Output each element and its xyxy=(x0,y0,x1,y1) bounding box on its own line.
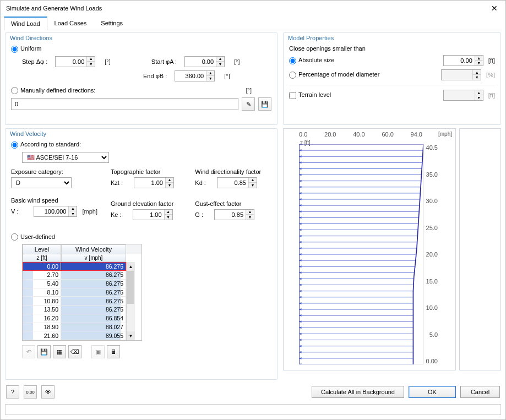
cancel-button[interactable]: Cancel xyxy=(460,386,500,398)
calc-icon[interactable]: 🖩 xyxy=(107,345,120,358)
save-icon[interactable]: 💾 xyxy=(258,97,271,111)
status-bar xyxy=(5,404,501,415)
th-velocity: Wind Velocity xyxy=(61,244,126,254)
radio-standard[interactable]: According to standard: xyxy=(11,141,81,149)
units-icon[interactable]: 0.00 xyxy=(24,385,37,399)
table-row[interactable]: 10.8086.275 xyxy=(23,297,126,306)
view-icon[interactable]: 👁 xyxy=(41,385,55,399)
undo-icon: ↶ xyxy=(22,345,35,358)
g-sym: G : xyxy=(195,211,203,218)
ke-label: Ground elevation factor xyxy=(111,200,182,207)
step-label: Step Δφ : xyxy=(22,58,47,65)
group-wind-velocity: Wind Velocity According to standard: 🇺🇸 … xyxy=(5,128,278,380)
kd-input[interactable]: ▲▼ xyxy=(217,177,257,188)
th-level: Level xyxy=(23,244,61,254)
table-scrollbar[interactable]: ▲ ▼ xyxy=(126,262,135,340)
ts-level: z [ft] xyxy=(23,254,61,262)
edit-icon[interactable]: ✎ xyxy=(242,97,255,111)
pct-input: ▲▼ xyxy=(441,69,481,80)
table-row[interactable]: 8.1086.275 xyxy=(23,288,126,297)
abs-input[interactable]: ▲▼ xyxy=(443,55,483,66)
std-label: According to standard: xyxy=(20,141,81,148)
ts-velocity: v [mph] xyxy=(61,254,126,262)
ke-sym: Ke : xyxy=(111,211,122,218)
start-input[interactable]: ▲▼ xyxy=(184,56,225,67)
user-label: User-defined xyxy=(20,233,55,240)
table-row[interactable]: 5.4086.275 xyxy=(23,280,126,288)
grid-icon: ▣ xyxy=(91,345,105,358)
table-row[interactable]: 16.2086.854 xyxy=(23,314,126,323)
radio-manual[interactable]: Manually defined directions: xyxy=(11,87,95,95)
x-unit: [mph] xyxy=(438,131,452,137)
table-row[interactable]: 13.5086.275 xyxy=(23,306,126,314)
radio-percentage[interactable]: Percentage of model diameter xyxy=(289,71,379,79)
step-input[interactable]: ▲▼ xyxy=(55,56,95,67)
exposure-label: Exposure category: xyxy=(11,168,97,175)
basic-sym: V : xyxy=(11,208,18,215)
radio-absolute[interactable]: Absolute size xyxy=(289,57,334,64)
group-title: Model Properties xyxy=(288,35,334,41)
radio-user-defined[interactable]: User-defined xyxy=(11,233,55,241)
g-input[interactable]: ▲▼ xyxy=(214,209,254,220)
export-excel-icon[interactable]: ▦ xyxy=(53,345,66,358)
scroll-down-icon[interactable]: ▼ xyxy=(127,331,135,340)
velocity-table: Level Wind Velocity z [ft] v [mph] 0.008… xyxy=(22,244,142,341)
abs-label: Absolute size xyxy=(298,57,334,63)
ok-button[interactable]: OK xyxy=(409,386,456,398)
save-table-icon[interactable]: 💾 xyxy=(37,345,51,358)
table-row[interactable]: 21.6089.055 xyxy=(23,331,126,340)
delete-row-icon[interactable]: ⌫ xyxy=(68,345,81,358)
group-model-properties: Model Properties Close openings smaller … xyxy=(283,32,501,125)
kzt-sym: Kzt : xyxy=(111,179,123,186)
terrain-label: Terrain level xyxy=(298,91,331,98)
group-title: Wind Directions xyxy=(10,35,52,41)
exposure-select[interactable]: D xyxy=(11,177,72,188)
calc-background-button[interactable]: Calculate All in Background xyxy=(312,386,404,398)
basic-unit: [mph] xyxy=(82,208,97,215)
radio-uniform[interactable]: Uniform xyxy=(11,45,42,53)
kd-sym: Kd : xyxy=(195,179,206,186)
g-label: Gust-effect factor xyxy=(195,200,271,207)
manual-unit: [°] xyxy=(246,87,252,94)
abs-unit: [ft] xyxy=(488,57,495,64)
start-unit: [°] xyxy=(234,58,240,65)
tab-settings[interactable]: Settings xyxy=(94,17,130,30)
close-icon[interactable]: ✕ xyxy=(489,4,500,13)
group-title: Wind Velocity xyxy=(10,130,46,137)
side-panel xyxy=(459,128,501,370)
tabs: Wind Load Load Cases Settings xyxy=(4,16,502,30)
basic-input[interactable]: ▲▼ xyxy=(34,206,77,217)
window-title: Simulate and Generate Wind Loads xyxy=(6,5,489,12)
kd-label: Wind directionality factor xyxy=(195,168,271,175)
step-unit: [°] xyxy=(105,58,111,65)
pct-label: Percentage of model diameter xyxy=(298,71,379,78)
table-row[interactable]: 0.0086.275 xyxy=(23,262,126,271)
end-unit: [°] xyxy=(224,73,230,79)
tab-wind-load[interactable]: Wind Load xyxy=(4,17,47,30)
end-label: End φB : xyxy=(143,73,167,79)
table-row[interactable]: 18.9088.027 xyxy=(23,323,126,332)
tab-load-cases[interactable]: Load Cases xyxy=(47,17,94,30)
wind-profile-chart: 0.020.040.060.094.0 [mph] z [ft] 40.535.… xyxy=(283,128,456,370)
checkbox-terrain[interactable]: Terrain level xyxy=(289,91,331,99)
ke-input[interactable]: ▲▼ xyxy=(133,209,173,220)
help-icon[interactable]: ? xyxy=(6,385,19,399)
manual-label: Manually defined directions: xyxy=(20,87,95,94)
scroll-up-icon[interactable]: ▲ xyxy=(127,262,135,271)
standard-select[interactable]: 🇺🇸 ASCE/SEI 7-16 xyxy=(22,152,109,163)
close-openings-label: Close openings smaller than xyxy=(289,45,366,52)
end-input[interactable]: ▲▼ xyxy=(175,70,215,81)
basic-label: Basic wind speed xyxy=(11,197,97,204)
manual-input[interactable] xyxy=(11,98,238,110)
table-row[interactable]: 2.7086.275 xyxy=(23,271,126,280)
kzt-input[interactable]: ▲▼ xyxy=(134,177,174,188)
uniform-label: Uniform xyxy=(20,45,42,52)
pct-unit: [%] xyxy=(486,72,495,78)
kzt-label: Topographic factor xyxy=(111,168,182,175)
start-label: Start φA : xyxy=(151,58,177,65)
terrain-input: ▲▼ xyxy=(443,90,483,101)
terrain-unit: [ft] xyxy=(488,92,495,99)
group-wind-directions: Wind Directions Uniform Step Δφ : ▲▼ [°]… xyxy=(5,32,278,125)
